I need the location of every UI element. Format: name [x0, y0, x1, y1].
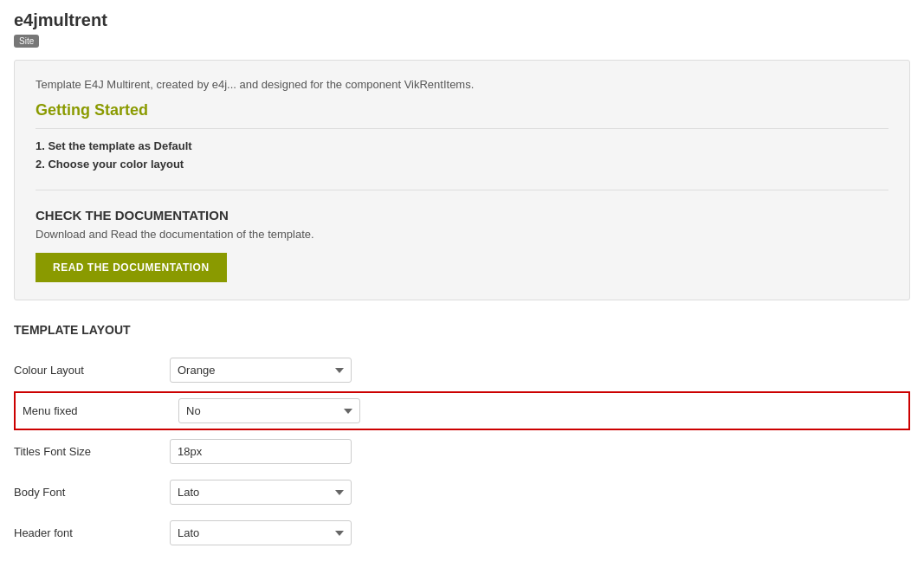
- template-layout-section: TEMPLATE LAYOUT Colour Layout Orange Blu…: [0, 309, 924, 568]
- menu-fixed-label: Menu fixed: [23, 404, 178, 417]
- body-font-label: Body Font: [14, 486, 170, 499]
- header-font-row: Header font Lato Arial Helvetica Georgia: [14, 513, 910, 552]
- step-1: 1. Set the template as Default: [36, 139, 888, 152]
- template-layout-title: TEMPLATE LAYOUT: [14, 323, 910, 337]
- body-font-row: Body Font Lato Arial Helvetica Georgia: [14, 473, 910, 512]
- titles-font-size-row: Titles Font Size: [14, 432, 910, 471]
- steps-list: 1. Set the template as Default 2. Choose…: [36, 139, 888, 190]
- colour-layout-label: Colour Layout: [14, 364, 170, 377]
- check-doc-description: Download and Read the documentation of t…: [36, 228, 888, 241]
- getting-started-title: Getting Started: [36, 101, 888, 129]
- read-documentation-button[interactable]: READ THE DOCUMENTATION: [36, 253, 227, 282]
- info-panel: Template E4J Multirent, created by e4j..…: [14, 60, 910, 300]
- page-title: e4jmultrent: [14, 10, 910, 30]
- menu-fixed-row: Menu fixed No Yes: [14, 391, 910, 430]
- intro-text: Template E4J Multirent, created by e4j..…: [36, 78, 888, 91]
- titles-font-size-label: Titles Font Size: [14, 445, 170, 458]
- colour-layout-select[interactable]: Orange Blue Green Red: [170, 358, 352, 383]
- check-doc-section: CHECK THE DOCUMENTATION Download and Rea…: [36, 208, 888, 282]
- check-doc-title: CHECK THE DOCUMENTATION: [36, 208, 888, 223]
- titles-font-size-input[interactable]: [170, 439, 352, 464]
- body-font-select[interactable]: Lato Arial Helvetica Georgia: [170, 480, 352, 505]
- site-badge: Site: [14, 35, 39, 48]
- header-font-select[interactable]: Lato Arial Helvetica Georgia: [170, 520, 352, 545]
- header-font-label: Header font: [14, 526, 170, 539]
- menu-fixed-select[interactable]: No Yes: [178, 398, 360, 423]
- step-2: 2. Choose your color layout: [36, 158, 888, 171]
- colour-layout-row: Colour Layout Orange Blue Green Red: [14, 351, 910, 390]
